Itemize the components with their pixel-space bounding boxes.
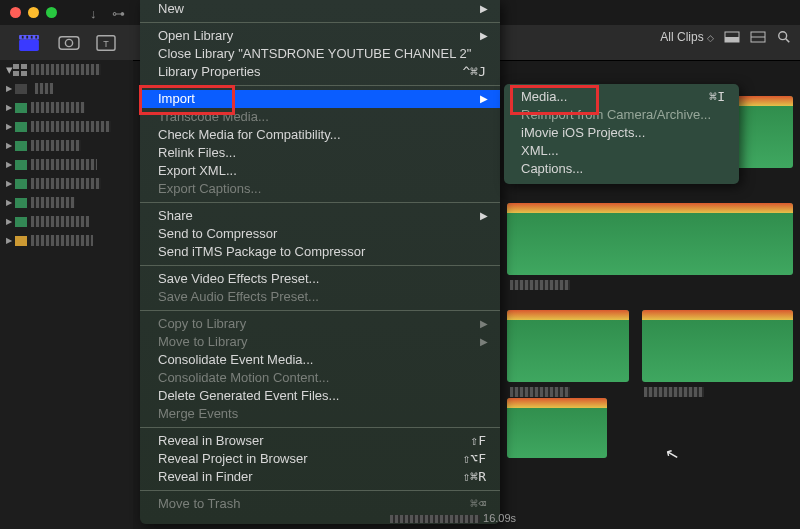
grid-icon	[13, 64, 27, 76]
svg-point-7	[65, 39, 72, 46]
submenu-arrow-icon: ▶	[480, 90, 488, 108]
sidebar-item[interactable]: ▶	[0, 212, 133, 231]
sidebar-item[interactable]: ▶	[0, 174, 133, 193]
submenu-media[interactable]: Media...⌘I	[504, 88, 739, 106]
svg-rect-4	[31, 36, 33, 39]
menu-separator	[140, 202, 500, 203]
sidebar-item[interactable]: ▶	[0, 231, 133, 250]
library-icon[interactable]	[18, 34, 40, 52]
status-bar: 16.09s	[390, 512, 516, 524]
sidebar-header[interactable]: ▾	[0, 60, 133, 79]
allclips-dropdown[interactable]: All Clips ◇	[660, 30, 714, 44]
svg-line-15	[786, 39, 790, 43]
svg-point-14	[779, 32, 787, 40]
import-submenu[interactable]: Media...⌘I Reimport from Camera/Archive.…	[504, 84, 739, 184]
minimize-window-button[interactable]	[28, 7, 39, 18]
menu-reveal-project[interactable]: Reveal Project in Browser⇧⌥F	[140, 450, 500, 468]
menu-move-trash: Move to Trash⌘⌫	[140, 495, 500, 513]
search-icon[interactable]	[776, 30, 792, 44]
clip-thumbnail[interactable]	[507, 310, 629, 382]
svg-rect-6	[59, 37, 79, 50]
shortcut-label: ⇧⌘R	[463, 468, 486, 486]
download-icon: ↓	[90, 6, 97, 21]
clip-thumbnail[interactable]	[642, 310, 793, 382]
photos-icon[interactable]	[58, 34, 80, 52]
clip-appearance-icon[interactable]	[724, 30, 740, 44]
menu-transcode: Transcode Media...	[140, 108, 500, 126]
menu-merge-events: Merge Events	[140, 405, 500, 423]
svg-rect-3	[26, 36, 28, 39]
sidebar-item[interactable]: ▶	[0, 136, 133, 155]
titlebar-icons: ↓ ⊶	[90, 6, 125, 21]
library-name-pixelated	[31, 64, 101, 75]
clip-label-pixelated	[510, 387, 570, 397]
submenu-arrow-icon: ▶	[480, 333, 488, 351]
submenu-imovie[interactable]: iMovie iOS Projects...	[504, 124, 739, 142]
clip-thumbnail[interactable]	[507, 398, 607, 458]
close-window-button[interactable]	[10, 7, 21, 18]
menu-copy-library: Copy to Library▶	[140, 315, 500, 333]
menu-import[interactable]: Import▶	[140, 90, 500, 108]
filmstrip-icon[interactable]	[750, 30, 766, 44]
sidebar-item[interactable]: ▶	[0, 98, 133, 117]
menu-export-captions: Export Captions...	[140, 180, 500, 198]
menu-consolidate-event[interactable]: Consolidate Event Media...	[140, 351, 500, 369]
menu-export-xml[interactable]: Export XML...	[140, 162, 500, 180]
fullscreen-window-button[interactable]	[46, 7, 57, 18]
window-controls[interactable]	[10, 7, 57, 18]
clip-thumbnail[interactable]	[507, 203, 793, 275]
menu-check-compatibility[interactable]: Check Media for Compatibility...	[140, 126, 500, 144]
status-pixelated	[390, 515, 480, 523]
menu-consolidate-motion: Consolidate Motion Content...	[140, 369, 500, 387]
menu-save-video-fx[interactable]: Save Video Effects Preset...	[140, 270, 500, 288]
sidebar-item[interactable]: ▶	[0, 193, 133, 212]
shortcut-label: ⇧F	[470, 432, 486, 450]
submenu-arrow-icon: ▶	[480, 0, 488, 18]
library-sidebar[interactable]: ▾ ▶ ▶ ▶ ▶ ▶ ▶ ▶ ▶ ▶	[0, 60, 133, 529]
menu-library-properties[interactable]: Library Properties^⌘J	[140, 63, 500, 81]
svg-rect-2	[22, 36, 24, 39]
shortcut-label: ^⌘J	[463, 63, 486, 81]
svg-rect-5	[35, 36, 37, 39]
sidebar-item[interactable]: ▶	[0, 117, 133, 136]
menu-send-itms[interactable]: Send iTMS Package to Compressor	[140, 243, 500, 261]
menu-separator	[140, 427, 500, 428]
menu-reveal-finder[interactable]: Reveal in Finder⇧⌘R	[140, 468, 500, 486]
menu-save-audio-fx: Save Audio Effects Preset...	[140, 288, 500, 306]
submenu-arrow-icon: ▶	[480, 207, 488, 225]
updown-icon: ◇	[707, 33, 714, 43]
svg-rect-16	[13, 64, 19, 69]
sidebar-item[interactable]: ▶	[0, 155, 133, 174]
menu-reveal-browser[interactable]: Reveal in Browser⇧F	[140, 432, 500, 450]
submenu-xml[interactable]: XML...	[504, 142, 739, 160]
menu-separator	[140, 85, 500, 86]
menu-new[interactable]: New▶	[140, 0, 500, 18]
clip-label-pixelated	[644, 387, 704, 397]
clip-label-pixelated	[510, 280, 570, 290]
menu-open-library[interactable]: Open Library▶	[140, 27, 500, 45]
sidebar-item[interactable]: ▶	[0, 79, 133, 98]
file-menu[interactable]: New▶ Open Library▶ Close Library "ANTSDR…	[140, 0, 500, 524]
shortcut-label: ⌘I	[709, 88, 725, 106]
submenu-arrow-icon: ▶	[480, 315, 488, 333]
menu-delete-generated[interactable]: Delete Generated Event Files...	[140, 387, 500, 405]
menu-send-compressor[interactable]: Send to Compressor	[140, 225, 500, 243]
toolbar-right: All Clips ◇	[660, 30, 792, 44]
menu-share[interactable]: Share▶	[140, 207, 500, 225]
menu-relink-files[interactable]: Relink Files...	[140, 144, 500, 162]
shortcut-label: ⇧⌥F	[463, 450, 486, 468]
menu-separator	[140, 490, 500, 491]
menu-separator	[140, 265, 500, 266]
svg-rect-11	[725, 37, 739, 42]
submenu-reimport: Reimport from Camera/Archive...	[504, 106, 739, 124]
menu-close-library[interactable]: Close Library "ANTSDRONE YOUTUBE CHANNEL…	[140, 45, 500, 63]
submenu-captions[interactable]: Captions...	[504, 160, 739, 178]
submenu-arrow-icon: ▶	[480, 27, 488, 45]
menu-move-library: Move to Library▶	[140, 333, 500, 351]
svg-rect-17	[21, 64, 27, 69]
svg-text:T: T	[103, 39, 109, 49]
key-icon: ⊶	[112, 6, 125, 21]
allclips-label: All Clips	[660, 30, 703, 44]
menu-separator	[140, 310, 500, 311]
titles-icon[interactable]: T	[95, 34, 117, 52]
